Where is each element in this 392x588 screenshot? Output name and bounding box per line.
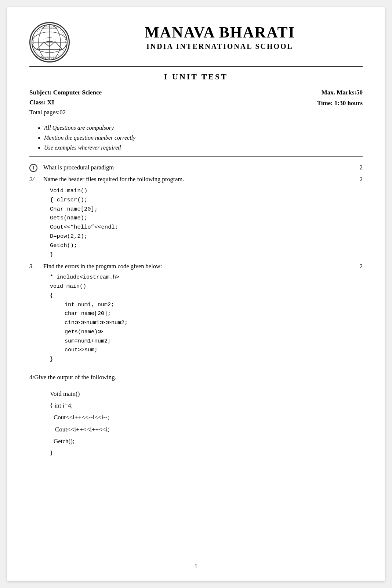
instructions-block: All Questions are compulsory Mention the… bbox=[29, 123, 363, 153]
q3-code: * include<iostream.h> void main() { int … bbox=[50, 273, 363, 364]
q2-code: Void main() { clrscr(); Char name[20]; G… bbox=[50, 186, 363, 259]
info-left: Subject: Computer Science Class: XI Tota… bbox=[29, 87, 102, 118]
questions-section: 1 What is procedural paradigm 2 2/ Name … bbox=[29, 162, 363, 459]
question-2-row: 2/ Name the header files required for th… bbox=[29, 174, 363, 185]
time-info: Time: 1:30 hours bbox=[317, 98, 363, 109]
question-1-row: 1 What is procedural paradigm 2 bbox=[29, 162, 363, 173]
q4-header: 4/Give the output of the following. bbox=[29, 372, 363, 383]
exam-page: INDIA INTERNATIONAL MANAVA BHARATI MANAV… bbox=[7, 7, 385, 581]
q2-code-line-1: Void main() bbox=[50, 186, 363, 196]
q3-marks: 2 bbox=[352, 261, 363, 272]
q3-code-line-6: cin≫≫num1≫≫num2; bbox=[65, 319, 363, 328]
q2-code-line-7: Getch(); bbox=[50, 241, 363, 250]
q1-circle: 1 bbox=[29, 164, 37, 172]
q3-code-line-5: char name[20]; bbox=[65, 309, 363, 319]
q2-text: Name the header files required for the f… bbox=[43, 174, 352, 184]
q1-number: 1 bbox=[29, 162, 43, 173]
q3-code-line-2: void main() bbox=[50, 282, 363, 291]
svg-text:MANAVA BHARATI: MANAVA BHARATI bbox=[42, 27, 57, 29]
q2-code-line-3: Char name[20]; bbox=[50, 205, 363, 214]
q3-code-line-10: } bbox=[50, 355, 363, 364]
instruction-item-2: Mention the question number correctly bbox=[44, 133, 363, 143]
school-logo: INDIA INTERNATIONAL MANAVA BHARATI bbox=[29, 22, 70, 62]
q3-code-line-3: { bbox=[50, 291, 363, 301]
q3-code-line-7: gets(name)≫ bbox=[65, 328, 363, 337]
q4-code-line-1: Void main() bbox=[50, 388, 363, 400]
q3-code-line-9: cout>>sum; bbox=[65, 346, 363, 355]
q1-text: What is procedural paradigm bbox=[43, 162, 352, 173]
marks-info: Max. Marks:50 bbox=[317, 87, 363, 98]
q2-code-line-5: Cout<<“hello”<<endl; bbox=[50, 223, 363, 232]
q2-number: 2/ bbox=[29, 174, 43, 185]
instruction-item-3: Use examples wherever required bbox=[44, 143, 363, 153]
q4-code: Void main() { int i=4; Cout<<i++<<--i<<i… bbox=[50, 388, 363, 459]
q4-code-line-8: } bbox=[50, 447, 363, 459]
page-number: 1 bbox=[195, 563, 197, 570]
school-name: MANAVA BHARATI bbox=[77, 24, 363, 41]
question-4-row: 4/Give the output of the following. bbox=[29, 372, 363, 383]
svg-text:INDIA INTERNATIONAL: INDIA INTERNATIONAL bbox=[39, 56, 59, 58]
q3-text: Find the errors in the program code give… bbox=[43, 261, 352, 272]
q2-code-line-6: D=pow(2,2); bbox=[50, 232, 363, 241]
q3-code-line-1: * include<iostream.h> bbox=[50, 273, 363, 282]
q4-code-line-5: Cout<<i++<<--i<<i--; bbox=[54, 412, 363, 423]
q2-code-line-4: Gets(name); bbox=[50, 214, 363, 223]
instructions-list: All Questions are compulsory Mention the… bbox=[29, 123, 363, 153]
q3-code-line-4: int num1, num2; bbox=[65, 301, 363, 310]
question-4-block: 4/Give the output of the following. Void… bbox=[29, 372, 363, 459]
section-divider bbox=[29, 156, 363, 157]
q2-code-line-8: } bbox=[50, 250, 363, 259]
school-subtitle: INDIA INTERNATIONAL SCHOOL bbox=[77, 42, 363, 51]
q2-marks: 2 bbox=[352, 174, 363, 184]
class-label: Class: XI bbox=[29, 97, 102, 107]
total-pages: Total pages:02 bbox=[29, 107, 102, 117]
test-title: I UNIT TEST bbox=[29, 72, 363, 82]
subject-label: Subject: Computer Science bbox=[29, 87, 102, 97]
q2-code-line-2: { clrscr(); bbox=[50, 196, 363, 205]
header-divider bbox=[29, 66, 363, 67]
info-right: Max. Marks:50 Time: 1:30 hours bbox=[317, 87, 363, 109]
question-3-row: 3. Find the errors in the program code g… bbox=[29, 261, 363, 272]
q4-code-line-7: Getch(); bbox=[54, 435, 363, 447]
school-title-block: MANAVA BHARATI INDIA INTERNATIONAL SCHOO… bbox=[77, 22, 363, 51]
info-row: Subject: Computer Science Class: XI Tota… bbox=[29, 87, 363, 118]
page-header: INDIA INTERNATIONAL MANAVA BHARATI MANAV… bbox=[29, 22, 363, 62]
q4-code-line-6: Cout<<i++<<i++<<i; bbox=[55, 424, 363, 435]
q3-code-line-8: sum=num1+num2; bbox=[65, 337, 363, 346]
logo-area: INDIA INTERNATIONAL MANAVA BHARATI bbox=[29, 22, 77, 62]
instruction-item-1: All Questions are compulsory bbox=[44, 123, 363, 133]
q4-code-line-3: { int i=4; bbox=[50, 400, 363, 412]
q3-number: 3. bbox=[29, 261, 43, 272]
q1-marks: 2 bbox=[352, 162, 363, 173]
